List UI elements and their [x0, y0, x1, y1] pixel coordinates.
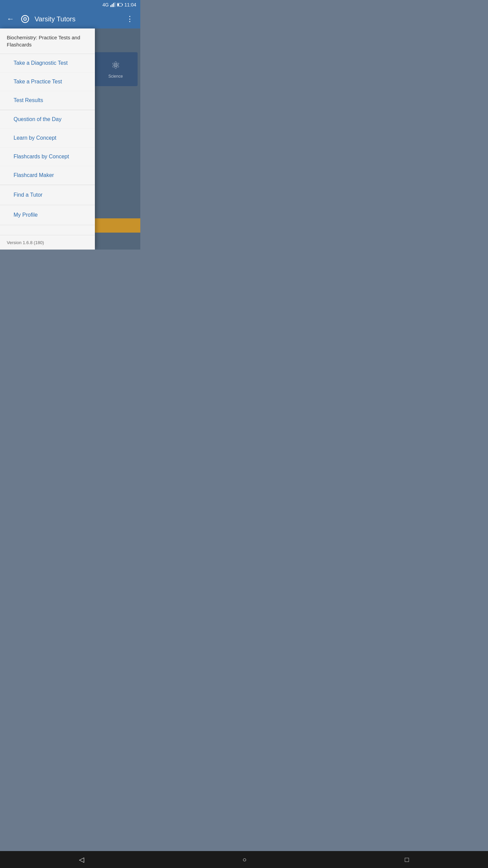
navigation-drawer: Biochemistry: Practice Tests and Flashca… — [0, 28, 95, 250]
drawer-item-test-results[interactable]: Test Results — [0, 91, 95, 110]
drawer-header-text: Biochemistry: Practice Tests and Flashca… — [7, 35, 80, 47]
status-bar: 4G 11:04 — [0, 0, 140, 9]
version-text: Version 1.6.8 (180) — [7, 240, 44, 245]
science-icon: ⚛ — [111, 59, 120, 71]
bg-card-science: ⚛ Science — [94, 52, 138, 86]
drawer-item-find-tutor[interactable]: Find a Tutor — [0, 185, 95, 205]
svg-rect-5 — [122, 4, 123, 5]
flashcard-maker-label: Flashcard Maker — [14, 172, 54, 178]
drawer-item-practice-test[interactable]: Take a Practice Test — [0, 73, 95, 91]
practice-test-label: Take a Practice Test — [14, 79, 62, 85]
app-bar: ← Varsity Tutors ⋮ — [0, 9, 140, 28]
question-of-day-label: Question of the Day — [14, 116, 61, 122]
drawer-item-my-profile[interactable]: My Profile — [0, 205, 95, 225]
app-title: Varsity Tutors — [35, 15, 121, 23]
drawer-section-learning: Question of the Day Learn by Concept Fla… — [0, 110, 95, 185]
science-label: Science — [108, 74, 123, 79]
flashcards-by-concept-label: Flashcards by Concept — [14, 154, 69, 160]
more-options-button[interactable]: ⋮ — [125, 13, 135, 25]
svg-point-12 — [25, 19, 26, 20]
drawer-section-tests: Take a Diagnostic Test Take a Practice T… — [0, 54, 95, 110]
drawer-item-question-of-day[interactable]: Question of the Day — [0, 110, 95, 129]
svg-rect-0 — [110, 5, 111, 7]
battery-icon — [117, 2, 123, 7]
find-tutor-label: Find a Tutor — [14, 192, 42, 198]
time-display: 11:04 — [124, 2, 136, 7]
svg-rect-6 — [117, 4, 119, 6]
my-profile-label: My Profile — [14, 212, 38, 218]
status-icons: 4G 11:04 — [102, 2, 136, 7]
app-logo — [20, 14, 30, 24]
drawer-item-flashcard-maker[interactable]: Flashcard Maker — [0, 166, 95, 185]
drawer-version: Version 1.6.8 (180) — [0, 235, 95, 250]
signal-indicator: 4G — [102, 2, 109, 7]
svg-rect-3 — [115, 2, 116, 7]
drawer-header: Biochemistry: Practice Tests and Flashca… — [0, 28, 95, 54]
drawer-item-diagnostic-test[interactable]: Take a Diagnostic Test — [0, 54, 95, 73]
test-results-label: Test Results — [14, 97, 43, 103]
svg-rect-2 — [113, 3, 114, 7]
back-button[interactable]: ← — [5, 13, 16, 25]
drawer-item-learn-by-concept[interactable]: Learn by Concept — [0, 129, 95, 147]
diagnostic-test-label: Take a Diagnostic Test — [14, 60, 68, 66]
learn-by-concept-label: Learn by Concept — [14, 135, 56, 141]
drawer-spacer — [0, 225, 95, 235]
signal-icon — [110, 2, 116, 7]
svg-rect-1 — [112, 4, 113, 7]
drawer-item-flashcards-by-concept[interactable]: Flashcards by Concept — [0, 147, 95, 166]
